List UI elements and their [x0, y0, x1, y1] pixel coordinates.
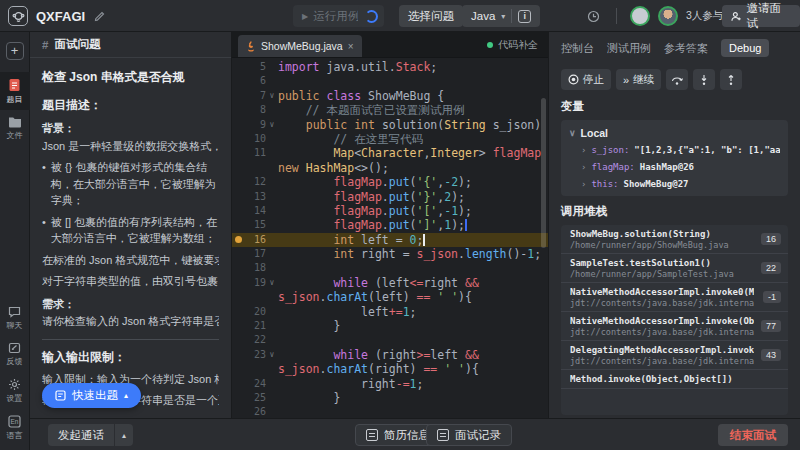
breakpoint-gutter[interactable] [232, 276, 244, 290]
code-line[interactable]: 24 right-=1; [232, 377, 548, 391]
code-token: ; [417, 377, 424, 391]
code-line[interactable]: 17 int right = s_json.length()-1; [232, 247, 548, 261]
fold-arrow-icon[interactable]: ∨ [266, 89, 278, 103]
sidebar-item-反馈[interactable]: 反馈 [0, 336, 30, 372]
code-line[interactable]: 6 [232, 74, 548, 88]
code-line[interactable]: 11 Map<Character,Integer> flagMap = [232, 146, 548, 160]
tab-控制台[interactable]: 控制台 [561, 41, 594, 56]
info-icon[interactable]: i [518, 10, 531, 23]
code-line[interactable]: 9∨ public int solution(String s_json) { [232, 118, 548, 132]
fold-arrow-icon[interactable]: ∨ [266, 276, 278, 290]
breakpoint-gutter[interactable] [232, 204, 244, 218]
participant-avatar[interactable] [658, 6, 678, 26]
breakpoint-icon[interactable] [232, 233, 244, 247]
breakpoint-gutter[interactable] [232, 118, 244, 132]
code-line[interactable]: 10 // 在这里写代码 [232, 132, 548, 146]
code-line[interactable]: s_json.charAt(left) == ' '){ [232, 290, 548, 304]
fold-arrow-icon[interactable]: ∨ [266, 118, 278, 132]
breakpoint-gutter[interactable] [232, 348, 244, 362]
end-interview-button[interactable]: 结束面试 [718, 424, 788, 446]
breakpoint-gutter[interactable] [232, 190, 244, 204]
breakpoint-gutter[interactable] [232, 391, 244, 405]
stack-frame[interactable]: SampleTest.testSolution1()/home/runner/a… [561, 254, 788, 283]
code-area[interactable]: 5import java.util.Stack;67∨public class … [232, 58, 548, 418]
code-line[interactable]: 15 flagMap.put(']',1);test [232, 218, 548, 232]
code-line[interactable]: 7∨public class ShowMeBug { [232, 89, 548, 103]
breakpoint-gutter[interactable] [232, 60, 244, 74]
tab-参考答案[interactable]: 参考答案 [664, 41, 708, 56]
breakpoint-gutter[interactable] [232, 333, 244, 347]
breakpoint-gutter[interactable] [232, 146, 244, 160]
code-line[interactable]: 5import java.util.Stack; [232, 60, 548, 74]
stack-frame[interactable]: ShowMeBug.solution(String)/home/runner/a… [561, 225, 788, 254]
code-line[interactable]: 16 int left = 0; [232, 233, 548, 247]
breakpoint-gutter[interactable] [232, 405, 244, 418]
variable-row[interactable]: ›s_json:"[1,2,3,{"a":1, "b": [1,"aaa"]}" [569, 141, 780, 158]
timer-icon[interactable] [587, 5, 600, 27]
run-cases-button[interactable]: ▶ 运行用例 [293, 5, 368, 27]
breakpoint-gutter[interactable] [232, 362, 244, 376]
select-problem-button[interactable]: 选择问题 [399, 5, 463, 27]
breakpoint-gutter[interactable] [232, 74, 244, 88]
code-line[interactable]: 8 // 本题面试官已设置测试用例 [232, 103, 548, 117]
sidebar-item-聊天[interactable]: 聊天 [0, 300, 30, 336]
code-line[interactable]: 14 flagMap.put('[',-1); [232, 204, 548, 218]
code-line[interactable]: 23∨ while (right>=left && [232, 348, 548, 362]
sidebar-item-文件[interactable]: 文件 [0, 110, 30, 146]
code-line[interactable]: 21 } [232, 319, 548, 333]
code-line[interactable]: 13 flagMap.put('}',2); [232, 190, 548, 204]
tab-测试用例[interactable]: 测试用例 [607, 41, 651, 56]
breakpoint-gutter[interactable] [232, 290, 244, 304]
breakpoint-gutter[interactable] [232, 161, 244, 175]
scope-local-row[interactable]: ∨ Local [569, 124, 780, 141]
variable-row[interactable]: ›flagMap:HashMap@26 [569, 158, 780, 175]
breakpoint-gutter[interactable] [232, 377, 244, 391]
step-over-button[interactable] [666, 69, 688, 90]
code-line[interactable]: 19∨ while (left<=right && [232, 276, 548, 290]
invite-interview-button[interactable]: 邀请面试 [722, 5, 800, 27]
stack-frame[interactable]: DelegatingMethodAccessorImpl.invoke(Obj…… [561, 341, 788, 370]
language-dropdown[interactable]: Java ▾ i [462, 5, 540, 27]
sidebar-item-题目[interactable]: 题目 [0, 72, 30, 110]
chevron-up-icon[interactable]: ▴ [115, 424, 133, 446]
breakpoint-gutter[interactable] [232, 305, 244, 319]
breakpoint-gutter[interactable] [232, 247, 244, 261]
interview-record-button[interactable]: 面试记录 [426, 424, 512, 446]
breakpoint-gutter[interactable] [232, 132, 244, 146]
sidebar-item-语言[interactable]: En语言 [0, 409, 30, 446]
start-call-button[interactable]: 发起通话 ▴ [48, 424, 133, 446]
add-panel-button[interactable]: + [6, 42, 24, 60]
breakpoint-gutter[interactable] [232, 218, 244, 232]
sidebar-item-设置[interactable]: 设置 [0, 372, 30, 409]
loading-spinner-button[interactable] [358, 5, 384, 27]
participant-avatar[interactable] [630, 6, 650, 26]
tab-debug[interactable]: Debug [721, 39, 769, 57]
edit-title-icon[interactable] [94, 5, 105, 27]
code-line[interactable]: 22 [232, 333, 548, 347]
stack-frame[interactable]: NativeMethodAccessorImpl.invoke0(Method…… [561, 283, 788, 312]
breakpoint-gutter[interactable] [232, 261, 244, 275]
code-line[interactable]: 12 flagMap.put('{',-2); [232, 175, 548, 189]
stack-frame[interactable]: NativeMethodAccessorImpl.invoke(Object,…… [561, 312, 788, 341]
close-tab-icon[interactable]: × [348, 41, 354, 52]
step-out-button[interactable] [720, 69, 742, 90]
breakpoint-gutter[interactable] [232, 319, 244, 333]
code-line[interactable]: new HashMap<>(); [232, 161, 548, 175]
stack-frame[interactable]: Method.invoke(Object,Object[]) [561, 370, 788, 389]
editor-scrollbar[interactable] [541, 98, 546, 248]
breakpoint-gutter[interactable] [232, 89, 244, 103]
continue-button[interactable]: » 继续 [616, 69, 661, 90]
code-line[interactable]: s_json.charAt(right) == ' '){ [232, 362, 548, 376]
quick-question-button[interactable]: 快速出题 ▴ [42, 383, 141, 408]
code-line[interactable]: 25 } [232, 391, 548, 405]
code-line[interactable]: 18 [232, 261, 548, 275]
fold-arrow-icon[interactable]: ∨ [266, 348, 278, 362]
breakpoint-gutter[interactable] [232, 175, 244, 189]
stop-button[interactable]: 停止 [561, 69, 611, 90]
breakpoint-gutter[interactable] [232, 103, 244, 117]
tab-showmebug-java[interactable]: ShowMeBug.java × [238, 35, 362, 57]
code-line[interactable]: 26 [232, 405, 548, 418]
variable-row[interactable]: ›this:ShowMeBug@27 [569, 175, 780, 192]
step-into-button[interactable] [693, 69, 715, 90]
code-line[interactable]: 20 left+=1; [232, 305, 548, 319]
